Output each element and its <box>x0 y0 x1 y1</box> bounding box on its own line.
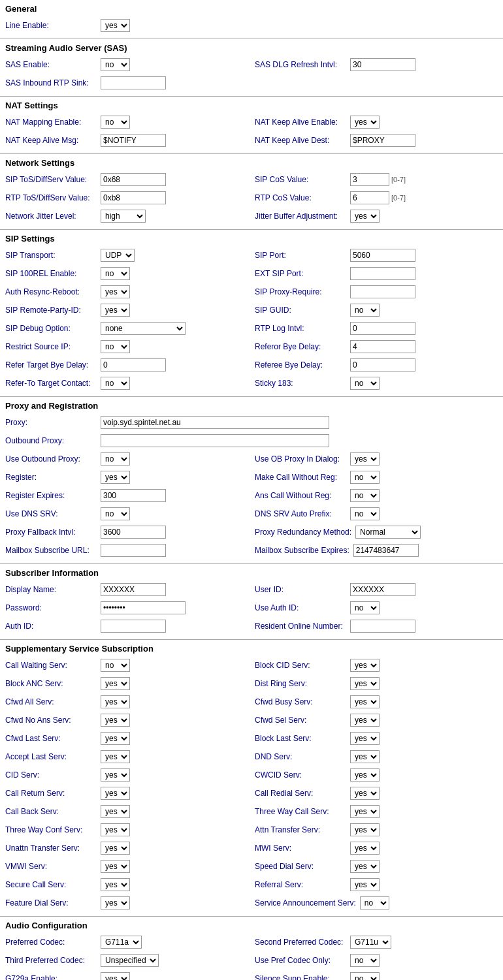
cfwd-last-select[interactable]: yesno <box>101 732 130 745</box>
rtp-log-input[interactable] <box>350 322 415 335</box>
cwcid-select[interactable]: yesno <box>350 768 380 782</box>
resident-online-input[interactable] <box>350 620 415 633</box>
sip-debug-select[interactable]: none123 <box>101 322 186 335</box>
restrict-source-label: Restrict Source IP: <box>5 342 97 351</box>
speed-dial-select[interactable]: yesno <box>350 860 380 873</box>
call-redial-select[interactable]: yesno <box>350 787 380 800</box>
auth-resync-label: Auth Resync-Reboot: <box>5 287 97 296</box>
use-pref-codec-select[interactable]: noyes <box>350 954 380 967</box>
sip-proxy-require-input[interactable] <box>350 285 415 298</box>
block-last-select[interactable]: yesno <box>350 732 380 745</box>
use-ob-dialog-label: Use OB Proxy In Dialog: <box>255 454 346 464</box>
sip-cos-input[interactable] <box>350 173 389 186</box>
vmwi-select[interactable]: yesno <box>101 860 130 873</box>
refer-to-select[interactable]: noyes <box>101 377 130 390</box>
restrict-source-select[interactable]: noyes <box>101 340 130 353</box>
sas-dlg-input[interactable] <box>350 58 415 71</box>
ans-call-select[interactable]: noyes <box>350 489 380 502</box>
proxy-fallback-input[interactable] <box>101 526 166 539</box>
block-anc-select[interactable]: yesno <box>101 677 130 690</box>
feature-dial-select[interactable]: yesno <box>101 896 130 909</box>
sip-transport-select[interactable]: UDPTCPTLS <box>101 249 135 262</box>
service-announcement-select[interactable]: noyes <box>360 896 389 909</box>
refer-target-input[interactable] <box>101 358 166 371</box>
mailbox-subscribe-input[interactable] <box>101 544 166 557</box>
sip-tos-input[interactable] <box>101 173 166 186</box>
call-return-select[interactable]: yesno <box>101 787 130 800</box>
dns-srv-prefix-select[interactable]: noyes <box>350 507 380 520</box>
nat-mapping-select[interactable]: noyes <box>101 116 130 129</box>
preferred-codec-select[interactable]: G711aG711uG729a <box>101 936 142 949</box>
call-back-row: Call Back Serv: yesno <box>5 804 248 819</box>
sip-guid-select[interactable]: noyes <box>350 304 380 317</box>
outbound-proxy-input[interactable] <box>101 434 329 447</box>
user-id-label: User ID: <box>255 585 346 594</box>
use-ob-dialog-select[interactable]: yesno <box>350 452 380 466</box>
proxy-fallback-label: Proxy Fallback Intvl: <box>5 528 97 537</box>
cfwd-busy-select[interactable]: yesno <box>350 695 380 708</box>
sip-100rel-select[interactable]: noyes <box>101 267 130 280</box>
unattn-transfer-select[interactable]: yesno <box>101 842 130 855</box>
network-jitter-select[interactable]: highmediumlow <box>101 210 146 223</box>
third-preferred-select[interactable]: UnspecifiedG711aG711u <box>101 954 159 967</box>
cid-label: CID Serv: <box>5 770 97 780</box>
display-name-input[interactable] <box>101 583 166 596</box>
register-expires-input[interactable] <box>101 489 166 502</box>
nat-keep-alive-msg-input[interactable] <box>101 134 166 147</box>
use-auth-id-select[interactable]: noyes <box>350 601 380 614</box>
sas-enable-select[interactable]: noyes <box>101 58 130 71</box>
sas-inbound-input[interactable] <box>101 76 166 89</box>
sticky-183-select[interactable]: noyes <box>350 377 380 390</box>
ext-sip-port-input[interactable] <box>350 267 415 280</box>
referee-bye-input[interactable] <box>350 358 415 371</box>
use-outbound-select[interactable]: noyes <box>101 452 130 466</box>
silence-supp-select[interactable]: noyes <box>350 972 380 980</box>
three-way-conf-select[interactable]: yesno <box>101 823 130 836</box>
cfwd-last-label: Cfwd Last Serv: <box>5 734 97 743</box>
block-cid-select[interactable]: yesno <box>350 659 380 672</box>
call-back-select[interactable]: yesno <box>101 805 130 818</box>
secure-call-select[interactable]: yesno <box>101 878 130 891</box>
sip-remote-party-select[interactable]: yesno <box>101 304 130 317</box>
jitter-buffer-select[interactable]: yesno <box>350 210 380 223</box>
cid-select[interactable]: yesno <box>101 768 130 782</box>
user-id-row: User ID: <box>255 582 498 597</box>
referor-bye-input[interactable] <box>350 340 415 353</box>
use-auth-id-row: Use Auth ID: noyes <box>255 600 498 616</box>
cfwd-all-select[interactable]: yesno <box>101 695 130 708</box>
proxy-redundancy-select[interactable]: NormalBased on SRV <box>355 526 421 539</box>
sas-inbound-label: SAS Inbound RTP Sink: <box>5 78 97 87</box>
line-enable-value[interactable]: yesno <box>101 19 130 32</box>
sas-section: Streaming Audio Server (SAS) SAS Enable:… <box>0 39 503 97</box>
sip-title: SIP Settings <box>5 234 498 244</box>
mailbox-expires-input[interactable] <box>353 544 419 557</box>
line-enable-select[interactable]: yesno <box>101 19 130 32</box>
rtp-tos-input[interactable] <box>101 191 166 204</box>
g729a-select[interactable]: yesno <box>101 972 130 980</box>
attn-transfer-select[interactable]: yesno <box>350 823 380 836</box>
dnd-select[interactable]: yesno <box>350 750 380 763</box>
use-dns-srv-select[interactable]: noyes <box>101 507 130 520</box>
second-preferred-select[interactable]: G711uG711aG729a <box>350 936 391 949</box>
make-call-select[interactable]: noyes <box>350 471 380 484</box>
refer-target-row: Refer Target Bye Delay: <box>5 357 248 373</box>
accept-last-select[interactable]: yesno <box>101 750 130 763</box>
nat-keep-alive-enable-select[interactable]: yesno <box>350 116 380 129</box>
cfwd-no-ans-select[interactable]: yesno <box>101 714 130 727</box>
use-ob-dialog-row: Use OB Proxy In Dialog: yesno <box>255 451 498 467</box>
auth-resync-select[interactable]: yesno <box>101 285 130 298</box>
dist-ring-select[interactable]: yesno <box>350 677 380 690</box>
password-input[interactable] <box>101 601 186 614</box>
nat-keep-alive-dest-input[interactable] <box>350 134 415 147</box>
cfwd-sel-select[interactable]: yesno <box>350 714 380 727</box>
mwi-select[interactable]: yesno <box>350 842 380 855</box>
rtp-cos-input[interactable] <box>350 191 389 204</box>
sip-port-input[interactable] <box>350 249 415 262</box>
proxy-input[interactable] <box>101 416 329 429</box>
referral-select[interactable]: yesno <box>350 878 380 891</box>
register-select[interactable]: yesno <box>101 471 130 484</box>
auth-id-input[interactable] <box>101 620 166 633</box>
three-way-call-select[interactable]: yesno <box>350 805 380 818</box>
call-waiting-select[interactable]: noyes <box>101 659 130 672</box>
user-id-input[interactable] <box>350 583 415 596</box>
